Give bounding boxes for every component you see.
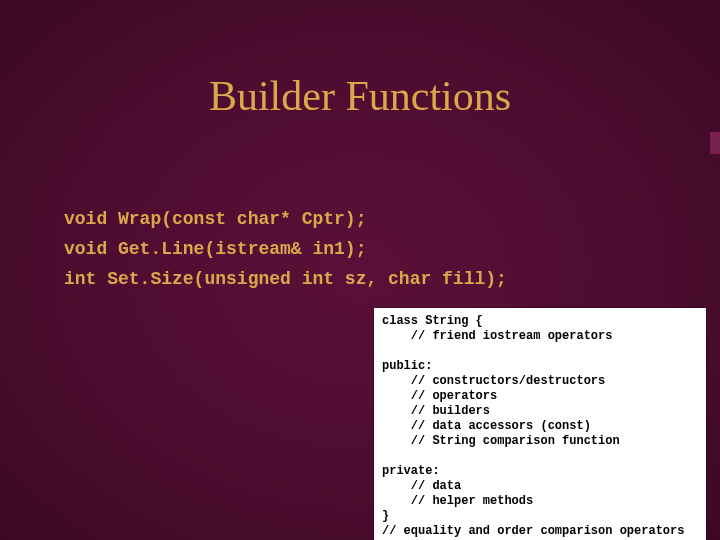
code-line: void Get.Line(istream& in1); bbox=[64, 239, 366, 259]
builder-code-block: void Wrap(const char* Cptr); void Get.Li… bbox=[64, 174, 507, 294]
code-line: int Set.Size(unsigned int sz, char fill)… bbox=[64, 269, 507, 289]
class-definition-box: class String { // friend iostream operat… bbox=[374, 308, 706, 540]
slide-title: Builder Functions bbox=[0, 72, 720, 120]
code-line: void Wrap(const char* Cptr); bbox=[64, 209, 366, 229]
accent-block bbox=[710, 132, 720, 154]
